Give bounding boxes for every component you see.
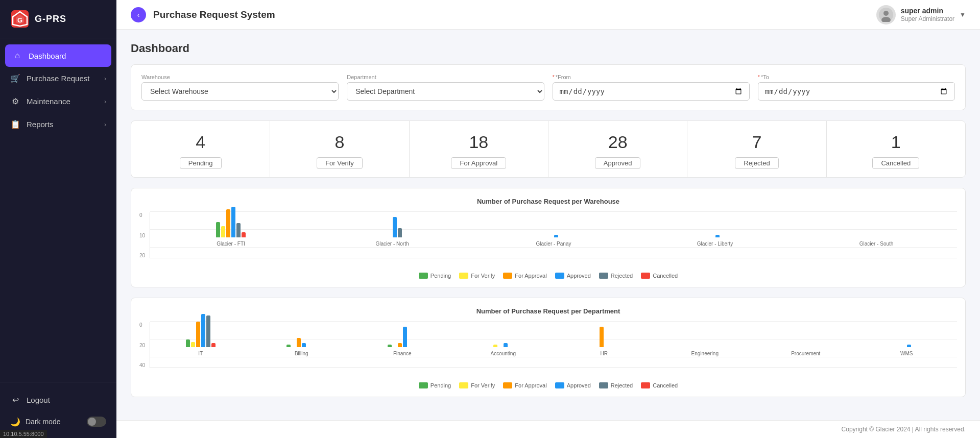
bar-0-3	[201, 314, 205, 347]
bar-0-3	[231, 207, 235, 237]
bar-0-5	[211, 343, 216, 347]
legend-item-for-approval: For Approval	[503, 273, 546, 279]
sidebar-item-label-purchase-request: Purchase Request	[27, 74, 89, 83]
chart-group-6: Procurement	[755, 322, 856, 357]
chart-group-label-3: Accounting	[491, 351, 516, 356]
sidebar-item-dashboard[interactable]: ⌂ Dashboard	[5, 44, 111, 67]
bar-0-2	[226, 209, 230, 237]
legend-label: For Verify	[471, 273, 495, 279]
legend-label: Rejected	[611, 273, 633, 279]
chart-group-3: Glacier - Liberty	[634, 212, 796, 248]
from-label: *From	[553, 74, 750, 80]
bar-2-2	[398, 343, 402, 347]
sidebar-item-reports[interactable]: 📋 Reports ›	[0, 113, 116, 136]
stat-number-rejected: 7	[694, 132, 820, 152]
bar-2-0	[388, 345, 392, 347]
stat-card-cancelled: 1 Cancelled	[827, 121, 965, 177]
bar-0-4	[206, 315, 210, 347]
to-filter-group: *To	[758, 74, 955, 101]
chevron-right-icon: ›	[104, 75, 106, 82]
legend-color	[599, 273, 608, 279]
y-label: 40	[139, 362, 146, 368]
department-filter-group: Department Select Department	[347, 74, 544, 101]
topbar-right: super admin Super Administrator ▼	[876, 5, 966, 25]
bar-1-3	[393, 217, 397, 237]
chart1-y-labels: 20100	[139, 212, 150, 258]
chart-group-4: HR	[554, 322, 655, 357]
bar-7-3	[907, 345, 911, 347]
chart-group-2: Glacier - Panay	[473, 212, 634, 248]
bar-0-4	[236, 223, 241, 237]
warehouse-select[interactable]: Select Warehouse	[141, 82, 339, 101]
legend-item-for-verify: For Verify	[459, 273, 495, 279]
chart-department-title: Number of Purchase Request per Departmen…	[139, 307, 957, 315]
legend-color	[459, 273, 468, 279]
dashboard-icon: ⌂	[12, 51, 22, 60]
avatar	[876, 5, 896, 25]
chart-group-label-3: Glacier - Liberty	[697, 241, 733, 247]
y-label: 10	[139, 233, 146, 238]
sidebar-toggle-button[interactable]: ‹	[131, 7, 146, 22]
stat-card-rejected: 7 Rejected	[687, 121, 826, 177]
chart-group-label-2: Glacier - Panay	[536, 241, 571, 247]
user-avatar-icon	[879, 8, 893, 22]
to-date-input[interactable]	[758, 82, 955, 101]
from-date-input[interactable]	[553, 82, 750, 101]
stat-number-for-verify: 8	[276, 132, 402, 152]
y-label: 0	[139, 322, 146, 328]
chart-group-1: Billing	[251, 322, 352, 357]
chevron-right-icon-2: ›	[104, 98, 106, 105]
bar-4-2	[600, 327, 604, 347]
sidebar-item-maintenance[interactable]: ⚙ Maintenance ›	[0, 90, 116, 113]
legend-item-pending: Pending	[419, 382, 451, 388]
legend-label: Cancelled	[653, 382, 678, 388]
page-title: Dashboard	[131, 42, 966, 55]
chart-group-label-1: Glacier - North	[375, 241, 409, 247]
legend-label: Cancelled	[653, 273, 678, 279]
chart-group-0: Glacier - FTI	[150, 212, 312, 248]
sidebar-item-label-maintenance: Maintenance	[27, 97, 70, 106]
logout-button[interactable]: ↩ Logout	[0, 388, 116, 411]
user-dropdown-arrow[interactable]: ▼	[960, 11, 966, 18]
warehouse-label: Warehouse	[141, 74, 339, 80]
legend-item-approved: Approved	[555, 382, 591, 388]
sidebar-item-purchase-request[interactable]: 🛒 Purchase Request ›	[0, 67, 116, 90]
y-label: 0	[139, 212, 146, 218]
legend-color	[419, 273, 428, 279]
chart-group-label-4: Glacier - South	[859, 241, 894, 247]
y-label: 20	[139, 253, 146, 258]
legend-color	[641, 273, 650, 279]
logout-icon: ↩	[10, 395, 20, 405]
chart-group-label-2: Finance	[393, 351, 412, 356]
chart-group-label-7: WMS	[900, 351, 913, 356]
stat-number-cancelled: 1	[833, 132, 959, 152]
legend-item-rejected: Rejected	[599, 273, 633, 279]
chart-group-label-1: Billing	[295, 351, 308, 356]
user-role: Super Administrator	[901, 15, 954, 23]
chart-group-1: Glacier - North	[312, 212, 473, 248]
legend-color	[459, 382, 468, 388]
bar-1-2	[297, 338, 301, 347]
topbar: ‹ Purchase Request System super admin Su…	[116, 0, 980, 30]
legend-label: For Approval	[515, 273, 546, 279]
stat-card-pending: 4 Pending	[131, 121, 270, 177]
legend-color	[503, 273, 512, 279]
svg-text:G: G	[17, 16, 22, 24]
bar-0-1	[191, 342, 195, 347]
bar-3-1	[493, 345, 497, 347]
chart-warehouse: Number of Purchase Request per Warehouse…	[131, 188, 966, 287]
stat-number-approved: 28	[555, 132, 681, 152]
content-area: Dashboard Warehouse Select Warehouse Dep…	[116, 30, 980, 420]
chart-group-7: WMS	[856, 322, 958, 357]
dark-mode-label: Dark mode	[26, 418, 60, 426]
legend-item-cancelled: Cancelled	[641, 382, 678, 388]
bar-0-1	[221, 226, 225, 237]
dark-mode-toggle[interactable]	[87, 417, 106, 427]
bar-2-3	[554, 235, 558, 237]
dark-mode-row: 🌙 Dark mode	[0, 411, 116, 432]
chart-group-label-5: Engineering	[691, 351, 719, 356]
svg-point-5	[883, 11, 889, 16]
legend-label: For Approval	[515, 382, 546, 388]
department-select[interactable]: Select Department	[347, 82, 544, 101]
legend-item-pending: Pending	[419, 273, 451, 279]
